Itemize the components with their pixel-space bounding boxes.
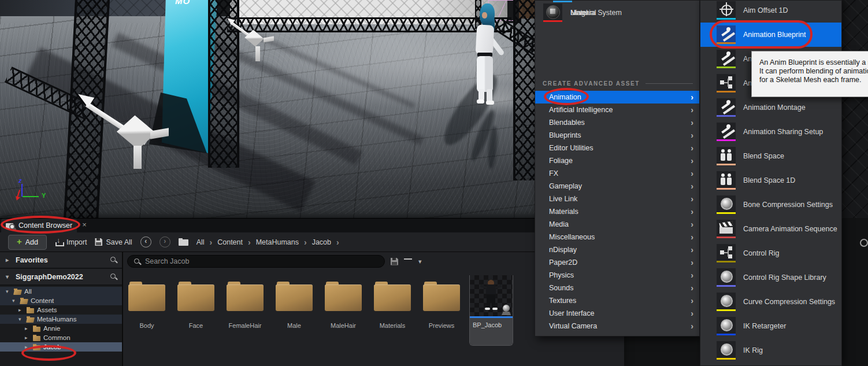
menu-category-item[interactable]: Blueprints › <box>535 129 699 142</box>
filter-icon[interactable] <box>404 258 413 265</box>
search-icon[interactable] <box>110 273 117 280</box>
save-all-button[interactable]: Save All <box>95 238 132 246</box>
forward-button[interactable] <box>159 236 170 247</box>
viewport-character[interactable] <box>469 3 503 104</box>
character-pants <box>477 56 493 92</box>
menu-category-item[interactable]: Foliage › <box>535 154 699 167</box>
folder-tile[interactable]: MaleHair <box>322 275 365 329</box>
gizmo-axis-handle[interactable] <box>255 46 260 61</box>
content-browser-panel: Content Browser × Add Import Save All <box>0 218 624 366</box>
submenu-item[interactable]: Camera Animation Sequence <box>700 217 841 241</box>
submenu-item[interactable]: Curve Compression Settings <box>700 290 841 314</box>
submenu-item-label: Control Rig Shape Library <box>743 273 826 282</box>
folder-icon <box>14 289 22 295</box>
expand-arrow-icon[interactable] <box>6 273 12 280</box>
menu-category-item[interactable]: Gameplay › <box>535 180 699 193</box>
submenu-item[interactable]: Aim Offset 1D <box>700 0 841 23</box>
tree-item[interactable]: MetaHumans <box>0 315 122 324</box>
tree-item[interactable]: Assets <box>0 305 122 315</box>
menu-category-item[interactable]: Materials › <box>535 205 699 218</box>
add-button[interactable]: Add <box>8 235 47 250</box>
expand-arrow-icon[interactable] <box>25 335 31 341</box>
submenu-item[interactable]: Control Rig Shape Library <box>700 265 841 290</box>
menu-category-item[interactable]: FX › <box>535 167 699 180</box>
category-label: Paper2D <box>549 258 577 267</box>
folder-tile[interactable]: FemaleHair <box>224 275 266 329</box>
tree-item[interactable]: All <box>0 287 122 296</box>
favorites-section[interactable]: Favorites <box>0 252 122 269</box>
expand-arrow-icon[interactable] <box>18 307 24 313</box>
submenu-item[interactable]: Animation Sharing Setup <box>700 120 841 144</box>
submenu-item[interactable]: Animation Montage <box>700 95 841 120</box>
category-label: Foliage <box>549 157 573 165</box>
menu-item-basic-asset[interactable]: Niagara System <box>535 1 699 25</box>
menu-category-item[interactable]: Live Link › <box>535 193 699 205</box>
gear-icon[interactable] <box>860 239 868 247</box>
menu-category-item[interactable]: Miscellaneous › <box>535 231 699 243</box>
folder-tile[interactable]: Materials <box>371 275 414 329</box>
submenu-item[interactable]: IK Rig <box>700 338 841 363</box>
chevron-right-icon: › <box>691 118 693 127</box>
breadcrumb-item[interactable]: Jacob <box>312 238 331 246</box>
folder-label: FemaleHair <box>229 322 262 329</box>
expand-arrow-icon[interactable] <box>6 257 12 263</box>
search-icon[interactable] <box>110 256 117 264</box>
folder-label: Face <box>189 322 203 329</box>
folder-tile[interactable]: Previews <box>420 275 463 329</box>
category-list: Animation › Artificial Intelligence › Bl… <box>535 91 699 332</box>
menu-category-item[interactable]: nDisplay › <box>535 243 699 256</box>
gizmo-axis-handle[interactable] <box>133 146 142 169</box>
breadcrumb-item[interactable]: Content <box>217 238 243 246</box>
import-button[interactable]: Import <box>55 238 87 246</box>
menu-category-item[interactable]: Paper2D › <box>535 256 699 269</box>
expand-arrow-icon[interactable] <box>6 289 12 294</box>
menu-category-item[interactable]: Textures › <box>535 294 699 307</box>
search-input[interactable]: Search Jacob <box>127 255 385 268</box>
menu-category-item[interactable]: Editor Utilities › <box>535 142 699 154</box>
submenu-item[interactable]: IK Retargeter <box>700 314 841 338</box>
annotation-circle-animation-blueprint <box>710 20 813 49</box>
close-icon[interactable]: × <box>80 220 89 230</box>
axis-y-line <box>23 196 39 197</box>
breadcrumb-item[interactable]: MetaHumans <box>256 238 299 246</box>
tree-item[interactable]: Common <box>0 333 122 342</box>
folder-icon <box>227 282 264 312</box>
chevron-down-icon[interactable] <box>418 257 422 265</box>
asset-icon <box>717 147 736 165</box>
submenu-item[interactable]: Blend Space 1D <box>700 168 841 193</box>
category-label: Live Link <box>549 195 577 203</box>
character-leg <box>478 89 484 101</box>
back-button[interactable] <box>140 236 151 247</box>
folder-icon <box>325 282 362 312</box>
collection-section[interactable]: SiggraphDemo2022 <box>0 269 122 286</box>
tree-item[interactable]: Content <box>0 296 122 305</box>
menu-category-item[interactable]: User Interface › <box>535 307 699 320</box>
save-search-icon[interactable] <box>391 258 398 265</box>
asset-tile-blueprint[interactable]: BP_Jacob <box>469 275 513 346</box>
submenu-item[interactable] <box>700 363 841 366</box>
tree-item[interactable]: Annie <box>0 324 122 333</box>
menu-category-item[interactable]: Sounds › <box>535 282 699 294</box>
menu-category-item[interactable]: Media › <box>535 218 699 231</box>
asset-icon <box>717 1 736 20</box>
expand-arrow-icon[interactable] <box>18 316 24 322</box>
menu-category-item[interactable]: Blendables › <box>535 116 699 129</box>
collection-label: SiggraphDemo2022 <box>16 273 83 281</box>
folder-tile[interactable]: Male <box>273 275 316 329</box>
camera-icon <box>502 305 511 315</box>
add-label: Add <box>25 238 38 246</box>
expand-arrow-icon[interactable] <box>12 298 18 304</box>
submenu-item-label: Control Rig <box>743 249 780 257</box>
menu-category-item[interactable]: Artificial Intelligence › <box>535 103 699 116</box>
submenu-item[interactable]: Bone Compression Settings <box>700 193 841 217</box>
folder-tile[interactable]: Body <box>125 275 168 329</box>
menu-category-item[interactable]: Virtual Camera › <box>535 320 699 332</box>
menu-category-item[interactable]: Physics › <box>535 269 699 282</box>
submenu-item[interactable]: Blend Space <box>700 144 841 168</box>
category-label: Miscellaneous <box>549 233 595 241</box>
breadcrumb-item[interactable]: All <box>196 238 205 246</box>
expand-arrow-icon[interactable] <box>25 326 31 331</box>
submenu-item[interactable]: Control Rig <box>700 241 841 265</box>
folder-tile[interactable]: Face <box>175 275 217 329</box>
submenu-item-label: Blend Space 1D <box>743 176 795 184</box>
